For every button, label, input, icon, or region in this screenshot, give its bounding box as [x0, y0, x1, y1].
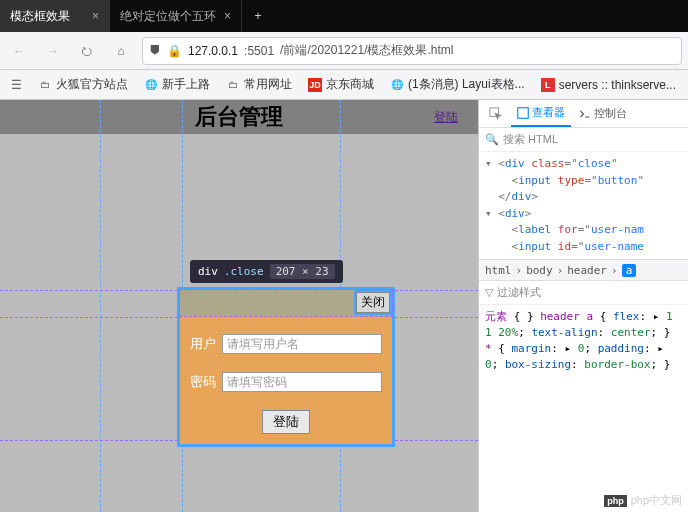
svg-rect-1	[518, 107, 529, 118]
globe-icon: 🌐	[390, 78, 404, 92]
tab-console[interactable]: 控制台	[573, 100, 633, 127]
login-link[interactable]: 登陆	[434, 109, 458, 126]
home-button[interactable]: ⌂	[108, 38, 134, 64]
bookmark-item[interactable]: 🗀常用网址	[220, 74, 298, 95]
letter-icon: L	[541, 78, 555, 92]
browser-tab-2[interactable]: 绝对定位做个五环 ×	[110, 0, 242, 32]
devtools-tabs: 查看器 控制台	[479, 100, 688, 128]
modal-close-row	[180, 290, 392, 316]
password-input[interactable]	[222, 372, 382, 392]
bookmarks-bar: ☰ 🗀火狐官方站点 🌐新手上路 🗀常用网址 JD京东商城 🌐(1条消息) Lay…	[0, 70, 688, 100]
bookmark-item[interactable]: JD京东商城	[302, 74, 380, 95]
username-label: 用户	[190, 335, 222, 353]
globe-icon: 🌐	[144, 78, 158, 92]
search-icon: 🔍	[485, 133, 499, 146]
close-button[interactable]	[356, 292, 390, 313]
styles-pane[interactable]: 元素 { } header a { flex: ▸ 1 1 20%; text-…	[479, 305, 688, 512]
url-port: :5501	[244, 44, 274, 58]
close-icon[interactable]: ×	[84, 9, 99, 23]
devtools-panel: 查看器 控制台 🔍 搜索 HTML ▾ <div class="close" <…	[478, 100, 688, 512]
page-header: 后台管理 登陆	[0, 100, 478, 134]
sidebar-toggle-icon[interactable]: ☰	[6, 72, 28, 98]
flex-guide-vertical	[100, 100, 101, 512]
folder-icon: 🗀	[226, 78, 240, 92]
back-button[interactable]: ←	[6, 38, 32, 64]
username-input[interactable]	[222, 334, 382, 354]
tab-title: 模态框效果	[10, 8, 70, 25]
bookmark-item[interactable]: 🌐(1条消息) Layui表格...	[384, 74, 531, 95]
filter-icon: ▽	[485, 286, 493, 299]
bookmark-item[interactable]: 🌐新手上路	[138, 74, 216, 95]
dom-tree[interactable]: ▾ <div class="close" <input type="button…	[479, 152, 688, 259]
shield-icon: ⛊	[149, 44, 161, 58]
tab-inspector[interactable]: 查看器	[511, 100, 571, 127]
page-title: 后台管理	[0, 102, 478, 132]
bookmark-item[interactable]: Lservers :: thinkserve...	[535, 76, 682, 94]
browser-tab-bar: 模态框效果 × 绝对定位做个五环 × +	[0, 0, 688, 32]
address-bar[interactable]: ⛊ 🔒 127.0.0.1:5501/前端/20201221/模态框效果.htm…	[142, 37, 682, 65]
watermark: phpphp中文网	[604, 493, 682, 508]
password-label: 密码	[190, 373, 222, 391]
page-viewport: 后台管理 登陆 div.close 207 × 23 用户 密码	[0, 100, 478, 512]
browser-nav-bar: ← → ⭮ ⌂ ⛊ 🔒 127.0.0.1:5501/前端/20201221/模…	[0, 32, 688, 70]
breadcrumb[interactable]: html › body › header › a	[479, 259, 688, 281]
picker-icon[interactable]	[483, 100, 509, 127]
url-host: 127.0.0.1	[188, 44, 238, 58]
reload-button[interactable]: ⭮	[74, 38, 100, 64]
url-path: /前端/20201221/模态框效果.html	[280, 42, 453, 59]
devtools-search[interactable]: 🔍 搜索 HTML	[479, 128, 688, 152]
jd-icon: JD	[308, 78, 322, 92]
tooltip-element: div	[198, 265, 218, 278]
folder-icon: 🗀	[38, 78, 52, 92]
browser-tab-1[interactable]: 模态框效果 ×	[0, 0, 110, 32]
lock-icon: 🔒	[167, 44, 182, 58]
styles-filter[interactable]: ▽ 过滤样式	[479, 281, 688, 305]
bookmark-item[interactable]: 🗀火狐官方站点	[32, 74, 134, 95]
submit-button[interactable]	[262, 410, 310, 434]
forward-button[interactable]: →	[40, 38, 66, 64]
tooltip-dimensions: 207 × 23	[270, 264, 335, 279]
inspector-tooltip: div.close 207 × 23	[190, 260, 343, 283]
new-tab-button[interactable]: +	[242, 0, 274, 32]
close-icon[interactable]: ×	[216, 9, 231, 23]
tab-title: 绝对定位做个五环	[120, 8, 216, 25]
login-modal: 用户 密码	[180, 290, 392, 444]
tooltip-class: .close	[224, 265, 264, 278]
